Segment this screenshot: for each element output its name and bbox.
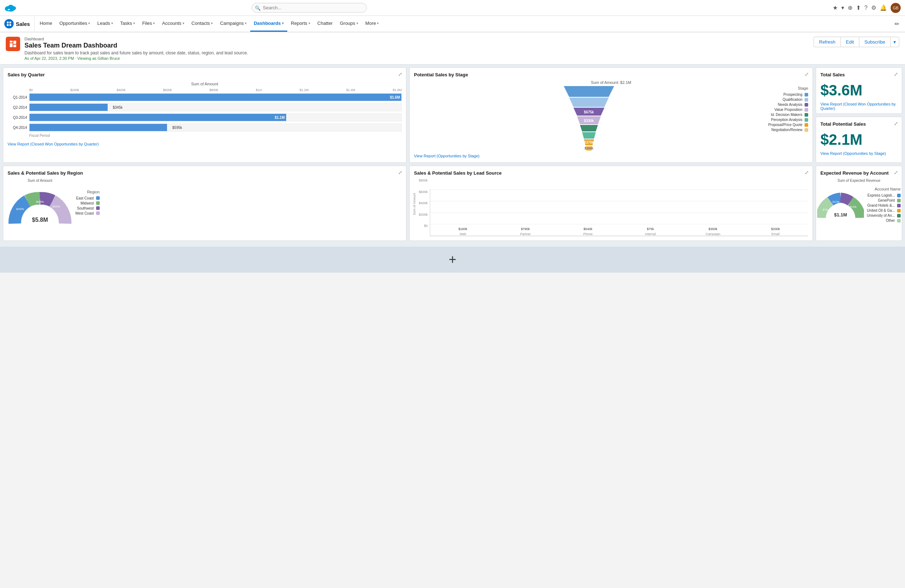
legend-color-dot: [805, 118, 808, 122]
legend-color-dot: [897, 209, 901, 213]
bar-axis-top: $0 $200k $400k $600k $800k $1m $1.2M $1.…: [8, 88, 402, 92]
settings-icon[interactable]: ⚙: [871, 4, 876, 11]
nav-item-groups[interactable]: Groups ▾: [336, 16, 362, 32]
list-item: West Coast: [75, 211, 100, 215]
legend-color-dot: [805, 93, 808, 97]
legend-color-dot: [897, 204, 901, 207]
list-item: United Oil & Ga...: [867, 208, 901, 213]
expand-icon[interactable]: ⤢: [805, 71, 809, 77]
expand-icon[interactable]: ⤢: [894, 170, 898, 175]
chevron-down-icon: ▾: [88, 21, 90, 25]
view-report-link[interactable]: View Report (Closed Won Opportunities by…: [8, 142, 402, 146]
refresh-button[interactable]: Refresh: [814, 37, 841, 47]
more-actions-button[interactable]: ▾: [891, 37, 899, 47]
view-report-link[interactable]: View Report (Closed Won Opportunities by…: [821, 102, 897, 111]
expand-icon[interactable]: ⤢: [894, 121, 898, 126]
notifications-icon[interactable]: 🔔: [880, 4, 887, 11]
nav-item-accounts[interactable]: Accounts ▾: [159, 16, 187, 32]
nav-item-files[interactable]: Files ▾: [138, 16, 159, 32]
svg-text:$5.8M: $5.8M: [32, 217, 48, 223]
list-item: Id. Decision Makers: [768, 113, 808, 117]
expand-icon[interactable]: ⤢: [398, 170, 402, 175]
bar-track: $595k: [29, 124, 402, 132]
search-icon: 🔍: [255, 5, 260, 10]
chevron-down-icon: ▾: [153, 21, 155, 25]
donut-svg: $5.8M $460k $695k $320k: [8, 184, 72, 227]
sales-by-region-chart: Sum of Amount $5.8M $460k $695k $320k: [8, 179, 402, 227]
help-icon[interactable]: ?: [864, 5, 868, 11]
right-column: Total Sales ⤢ $3.6M View Report (Closed …: [816, 67, 902, 163]
svg-marker-13: [564, 86, 614, 97]
salesforce-logo[interactable]: ☁: [4, 2, 17, 14]
sales-by-quarter-widget: Sales by Quarter ⤢ Sum of Amount $0 $200…: [3, 67, 406, 163]
nav-item-dashboards[interactable]: Dashboards ▾: [250, 16, 287, 32]
table-row: $75k Internal: [621, 227, 680, 236]
expand-icon[interactable]: ⤢: [398, 71, 402, 77]
view-report-link[interactable]: View Report (Opportunities by Stage): [414, 154, 808, 158]
donut-chart-area: Sum of Amount $5.8M $460k $695k $320k: [8, 179, 72, 227]
nav-item-leads[interactable]: Leads ▾: [94, 16, 116, 32]
total-potential-sales-value: $2.1M: [821, 131, 897, 148]
svg-rect-8: [10, 24, 11, 26]
expected-revenue-svg: $1.1M $75k $124k $134k: [817, 189, 864, 221]
nav-item-contacts[interactable]: Contacts ▾: [188, 16, 216, 32]
add-icon[interactable]: ⊕: [848, 4, 853, 11]
legend-color-dot: [805, 113, 808, 117]
bottom-bar: +: [0, 247, 905, 273]
avatar[interactable]: GB: [891, 3, 901, 13]
legend-color-dot: [897, 219, 901, 222]
legend-color-dot: [805, 98, 808, 102]
add-widget-button[interactable]: +: [449, 253, 456, 266]
svg-rect-7: [7, 24, 9, 26]
chevron-down-icon: ▾: [183, 21, 184, 25]
chevron-down-icon: ▾: [356, 21, 358, 25]
nav-item-more[interactable]: More ▾: [362, 16, 383, 32]
legend-color-dot: [96, 196, 100, 200]
edit-nav-icon[interactable]: ✏: [892, 16, 902, 32]
svg-text:$75k: $75k: [823, 208, 829, 211]
dashboard-title-area: Dashboard Sales Team Dream Dashboard Das…: [24, 37, 248, 60]
edit-button[interactable]: Edit: [841, 37, 859, 47]
app-grid-icon[interactable]: [4, 19, 14, 29]
nav-item-reports[interactable]: Reports ▾: [287, 16, 314, 32]
bar-fill: $1.1M: [30, 114, 286, 121]
expand-icon[interactable]: ⤢: [805, 170, 809, 175]
funnel-chart: $675k $330k $370k $395k: [414, 86, 764, 151]
view-report-link[interactable]: View Report (Opportunities by Stage): [821, 151, 897, 156]
svg-marker-20: [582, 132, 596, 138]
list-item: Negotiation/Review: [768, 128, 808, 132]
favorites-chevron[interactable]: ▾: [841, 4, 844, 11]
top-bar: ☁ 🔍 ★ ▾ ⊕ ⬆ ? ⚙ 🔔 GB: [0, 0, 905, 16]
search-input[interactable]: [252, 3, 367, 13]
bar-track: $1.6M: [29, 93, 402, 101]
subscribe-button[interactable]: Subscribe: [859, 37, 891, 47]
nav-item-campaigns[interactable]: Campaigns ▾: [216, 16, 250, 32]
expected-revenue-widget: Expected Revenue by Account ⤢ Sum of Exp…: [816, 165, 902, 241]
favorites-icon[interactable]: ★: [833, 4, 838, 11]
chevron-down-icon: ▾: [133, 21, 135, 25]
svg-rect-5: [7, 22, 9, 24]
nav-item-home[interactable]: Home: [36, 16, 56, 32]
svg-text:☁: ☁: [7, 8, 10, 11]
total-sales-widget: Total Sales ⤢ $3.6M View Report (Closed …: [816, 67, 902, 114]
list-item: Qualification: [768, 98, 808, 102]
nav-item-opportunities[interactable]: Opportunities ▾: [56, 16, 94, 32]
nav-item-tasks[interactable]: Tasks ▾: [117, 16, 138, 32]
svg-marker-19: [580, 125, 598, 132]
upload-icon[interactable]: ⬆: [856, 4, 861, 11]
sales-by-quarter-title: Sales by Quarter: [8, 72, 402, 78]
sales-by-region-title: Sales & Potential Sales by Region: [8, 170, 402, 176]
total-potential-sales-title: Total Potential Sales: [821, 121, 897, 127]
bar-fill: [30, 104, 108, 111]
nav-item-chatter[interactable]: Chatter: [314, 16, 337, 32]
dashboard-content: Sales by Quarter ⤢ Sum of Amount $0 $200…: [0, 64, 905, 247]
svg-rect-6: [10, 22, 11, 24]
app-name: Sales: [3, 16, 35, 32]
donut-subtitle: Sum of Expected Revenue: [838, 179, 881, 183]
breadcrumb: Dashboard: [24, 37, 248, 41]
expand-icon[interactable]: ⤢: [894, 71, 898, 77]
svg-text:$695k: $695k: [36, 200, 44, 203]
svg-text:$124k: $124k: [833, 200, 840, 203]
svg-rect-10: [13, 41, 16, 44]
table-row: Q2-2014 $345k: [8, 103, 402, 111]
